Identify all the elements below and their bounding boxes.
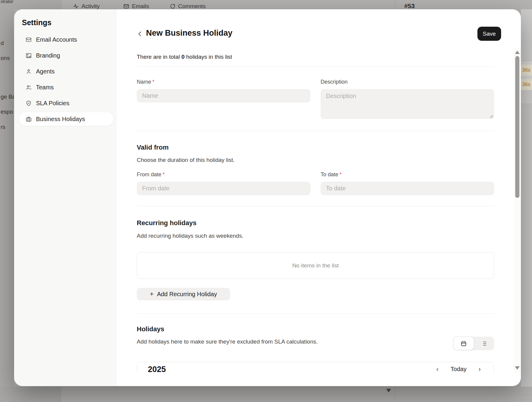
- scrollbar-thumb[interactable]: [515, 56, 519, 198]
- tab-label: Emails: [132, 3, 149, 9]
- holiday-calendar-card: 2025 ‹ Today ›: [137, 362, 494, 373]
- calendar-view-button[interactable]: [453, 337, 474, 350]
- background-bottom-strip: [0, 387, 532, 402]
- calendar-nav: ‹ Today ›: [436, 366, 481, 373]
- summary-prefix: There are in total: [137, 54, 181, 60]
- holidays-title: Holidays: [137, 325, 164, 333]
- sidebar-item-email-accounts[interactable]: Email Accounts: [19, 33, 113, 46]
- background-bottom-left: [0, 387, 61, 402]
- divider: [521, 104, 532, 104]
- required-asterisk: *: [339, 171, 342, 177]
- required-asterisk: *: [163, 171, 165, 177]
- image-upload-icon: [25, 52, 32, 59]
- divider: [137, 206, 494, 206]
- required-asterisk: *: [152, 79, 154, 85]
- background-right-panel: 36s 36s: [521, 9, 532, 387]
- recurring-holidays-title: Recurring holidays: [137, 219, 196, 227]
- from-date-label: From date*: [137, 171, 165, 178]
- name-input[interactable]: [137, 89, 310, 103]
- sidebar-item-label: Branding: [36, 52, 60, 59]
- settings-sidebar: Settings Email Accounts Branding: [14, 9, 117, 386]
- tab-emails: Emails: [123, 2, 149, 9]
- email-icon: [123, 3, 129, 9]
- background-topbar: xtrator Activity Emails Comments #53: [0, 0, 532, 9]
- summary-suffix: holidays in this list: [185, 54, 232, 60]
- shield-check-icon: [25, 100, 32, 106]
- description-textarea[interactable]: [321, 89, 494, 119]
- calendar-year: 2025: [148, 365, 166, 373]
- email-icon: [25, 37, 32, 43]
- person-icon: [25, 68, 32, 75]
- settings-modal: Settings Email Accounts Branding: [14, 9, 521, 386]
- people-icon: [25, 84, 32, 91]
- add-recurring-holiday-button[interactable]: + Add Recurring Holiday: [137, 288, 230, 300]
- chevron-left-icon: [136, 30, 144, 38]
- tab-label: Activity: [82, 3, 100, 9]
- tab-activity: Activity: [73, 2, 100, 9]
- sidebar-item-sla-policies[interactable]: SLA Policies: [19, 96, 113, 110]
- sidebar-fragment: d: [1, 40, 4, 46]
- today-button[interactable]: Today: [450, 366, 466, 373]
- tab-label: Comments: [178, 3, 206, 9]
- background-left-sidebar: d ons ge Ba espo rs: [0, 9, 14, 387]
- sidebar-fragment: espo: [1, 109, 13, 115]
- divider: [61, 0, 61, 9]
- sla-badge: 36s: [521, 79, 532, 90]
- sidebar-item-label: Business Holidays: [36, 116, 85, 123]
- page-title: New Business Holiday: [146, 28, 232, 38]
- description-label: Description: [321, 79, 348, 85]
- list-view-button[interactable]: [474, 337, 495, 350]
- screen: xtrator Activity Emails Comments #53 d o…: [0, 0, 532, 402]
- back-button[interactable]: [136, 30, 144, 38]
- scroll-down-icon[interactable]: [515, 366, 520, 370]
- divider: [395, 0, 395, 9]
- calendar-icon: [460, 340, 467, 347]
- holiday-count-summary: There are in total 0 holidays in this li…: [137, 54, 232, 60]
- valid-from-title: Valid from: [137, 144, 169, 151]
- panel-row: [521, 76, 532, 79]
- list-icon: [481, 340, 487, 347]
- divider: [61, 395, 532, 395]
- briefcase-icon: [25, 116, 32, 122]
- settings-nav: Email Accounts Branding Agents: [19, 33, 113, 126]
- add-recurring-holiday-label: Add Recurring Holiday: [157, 291, 217, 298]
- to-date-input[interactable]: [321, 182, 494, 195]
- panel-row: [521, 61, 532, 65]
- sidebar-fragment: rs: [1, 124, 5, 130]
- holidays-description: Add holidays here to make sure they're e…: [137, 338, 318, 345]
- sidebar-item-branding[interactable]: Branding: [19, 49, 113, 62]
- settings-content: New Business Holiday Save There are in t…: [117, 9, 521, 373]
- sidebar-item-agents[interactable]: Agents: [19, 64, 113, 78]
- plus-icon: +: [150, 291, 154, 297]
- from-date-input[interactable]: [137, 182, 310, 195]
- recurring-holidays-description: Add recurring holidays such as weekends.: [137, 233, 244, 239]
- divider: [137, 314, 494, 314]
- divider: [137, 131, 494, 131]
- ticket-number: #53: [404, 2, 415, 9]
- to-date-label: To date*: [321, 171, 342, 178]
- sidebar-item-label: SLA Policies: [36, 100, 69, 107]
- name-label: Name*: [137, 79, 154, 85]
- sidebar-item-label: Teams: [36, 84, 54, 91]
- summary-count: 0: [181, 54, 185, 60]
- sidebar-item-label: Email Accounts: [36, 36, 77, 43]
- scroll-down-icon: [386, 389, 391, 392]
- comment-icon: [169, 3, 175, 9]
- recurring-empty-list: No items in the list: [137, 252, 494, 279]
- holidays-view-toggle: [453, 337, 494, 350]
- sidebar-item-teams[interactable]: Teams: [19, 80, 113, 94]
- settings-title: Settings: [22, 18, 52, 27]
- activity-icon: [73, 3, 79, 9]
- sidebar-item-business-holidays[interactable]: Business Holidays: [19, 112, 113, 126]
- chevron-left-icon[interactable]: ‹: [436, 366, 438, 373]
- save-button[interactable]: Save: [477, 27, 501, 41]
- scroll-up-icon[interactable]: [515, 51, 520, 54]
- empty-list-text: No items in the list: [292, 262, 339, 269]
- chevron-right-icon[interactable]: ›: [479, 366, 481, 373]
- panel-row: [521, 9, 532, 61]
- divider: [137, 67, 494, 67]
- sidebar-fragment: ge Ba: [1, 94, 14, 100]
- tab-comments: Comments: [169, 2, 206, 9]
- background-user-fragment: xtrator: [1, 0, 13, 4]
- sidebar-fragment: ons: [1, 55, 10, 61]
